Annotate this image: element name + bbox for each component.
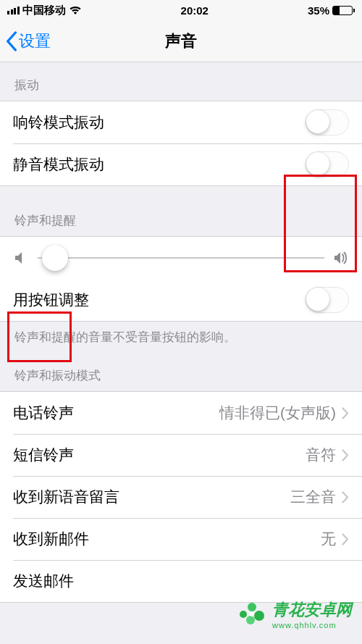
silent-vibrate-label: 静音模式振动	[13, 154, 306, 175]
pattern-group: 电话铃声 情非得已(女声版) 短信铃声 音符 收到新语音留言 三全音 收到新邮件…	[0, 391, 362, 603]
watermark-logo-icon	[237, 600, 266, 629]
ringer-header: 铃声和提醒	[0, 186, 362, 236]
svg-point-1	[248, 603, 256, 611]
ring-vibrate-toggle[interactable]	[306, 109, 349, 135]
status-right: 35%	[308, 4, 355, 17]
voicemail-label: 收到新语音留言	[13, 487, 290, 507]
chevron-right-icon	[342, 407, 349, 419]
text-tone-label: 短信铃声	[13, 445, 306, 465]
button-adjust-label: 用按钮调整	[13, 290, 306, 310]
button-adjust-row: 用按钮调整	[0, 279, 362, 321]
ring-vibrate-row: 响铃模式振动	[0, 101, 362, 143]
page-title: 声音	[0, 30, 362, 52]
silent-vibrate-row: 静音模式振动	[0, 143, 362, 185]
new-mail-label: 收到新邮件	[13, 529, 321, 549]
wifi-icon	[69, 6, 82, 15]
volume-slider[interactable]	[38, 257, 324, 259]
status-bar: 中国移动 20:02 35%	[0, 0, 362, 20]
watermark-title: 青花安卓网	[272, 601, 352, 619]
ringer-group: 用按钮调整	[0, 236, 362, 322]
volume-slider-row	[0, 237, 362, 279]
new-mail-row[interactable]: 收到新邮件 无	[0, 518, 362, 560]
volume-high-icon	[333, 250, 349, 266]
battery-icon	[332, 6, 355, 15]
button-adjust-toggle[interactable]	[306, 287, 349, 313]
ringtone-row[interactable]: 电话铃声 情非得已(女声版)	[0, 392, 362, 434]
text-tone-value: 音符	[306, 445, 336, 465]
sent-mail-row[interactable]: 发送邮件	[0, 560, 362, 602]
ringtone-value: 情非得已(女声版)	[219, 403, 336, 423]
silent-vibrate-toggle[interactable]	[306, 151, 349, 177]
volume-low-icon	[13, 250, 29, 266]
sent-mail-label: 发送邮件	[13, 571, 343, 591]
new-mail-value: 无	[321, 529, 336, 549]
carrier-label: 中国移动	[22, 4, 66, 17]
chevron-right-icon	[342, 449, 349, 461]
nav-bar: 设置 声音	[0, 20, 362, 62]
status-time: 20:02	[181, 4, 209, 17]
ringtone-label: 电话铃声	[13, 403, 219, 423]
volume-slider-thumb[interactable]	[42, 245, 68, 271]
ringer-footer: 铃声和提醒的音量不受音量按钮的影响。	[0, 322, 362, 353]
chevron-right-icon	[342, 491, 349, 503]
svg-point-0	[240, 611, 247, 618]
svg-point-3	[246, 616, 255, 624]
voicemail-value: 三全音	[290, 487, 336, 507]
ring-vibrate-label: 响铃模式振动	[13, 112, 306, 133]
battery-pct: 35%	[308, 4, 329, 17]
back-label: 设置	[19, 30, 51, 52]
svg-point-4	[250, 612, 254, 616]
signal-icon	[7, 7, 20, 14]
vibration-group: 响铃模式振动 静音模式振动	[0, 101, 362, 186]
back-button[interactable]: 设置	[0, 30, 51, 52]
chevron-right-icon	[342, 533, 349, 545]
chevron-left-icon	[6, 31, 17, 51]
watermark-sub: www.qhhlv.com	[272, 621, 352, 630]
pattern-header: 铃声和振动模式	[0, 353, 362, 391]
watermark: 青花安卓网 www.qhhlv.com	[237, 599, 352, 630]
text-tone-row[interactable]: 短信铃声 音符	[0, 434, 362, 476]
svg-point-2	[254, 611, 264, 621]
status-left: 中国移动	[7, 4, 82, 17]
vibration-header: 振动	[0, 62, 362, 101]
voicemail-row[interactable]: 收到新语音留言 三全音	[0, 476, 362, 518]
